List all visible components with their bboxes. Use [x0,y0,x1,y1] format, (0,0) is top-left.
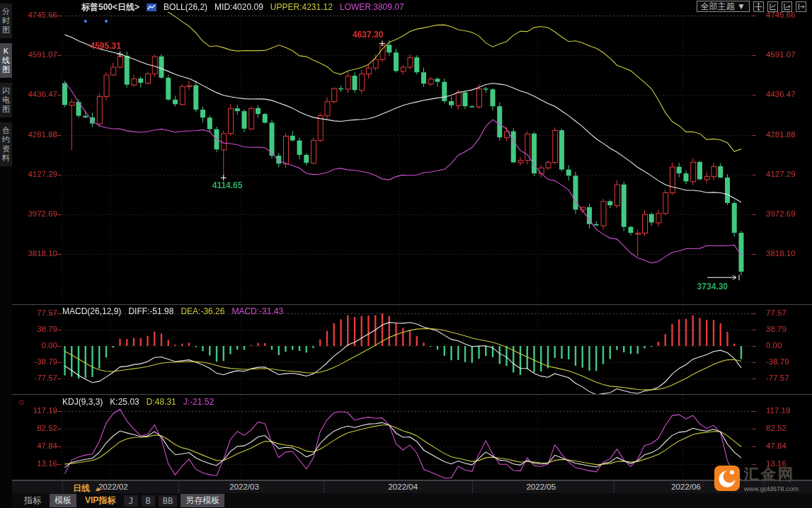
main-chart-canvas[interactable] [12,12,812,304]
y-axis-label: 82.52 [25,424,57,432]
y-axis-label: -38.79 [766,357,808,366]
toolbar-item-1[interactable]: 指标 [19,494,46,507]
chart-area: 标普500<日线>BOLL(26,2)MID:4020.09UPPER:4231… [12,0,812,508]
kdj-panel-canvas[interactable] [12,395,812,480]
boll-lower-value: LOWER:3809.07 [340,2,404,12]
y-axis-label: 3818.10 [766,249,808,258]
toolbar-item-7[interactable]: 另存模板 [181,494,224,507]
sidebar-tab-4[interactable]: 合约资料 [0,122,12,166]
y-axis-label: 0.00 [766,341,808,350]
macd-value: MACD:-31.43 [231,306,283,316]
logo-swirl-icon [714,466,740,491]
date-cell-divider [178,481,179,494]
x-axis-date-label: 2022/02 [91,483,136,491]
y-axis-label: 13.16 [25,459,57,468]
y-axis-label: 3972.69 [25,209,57,218]
y-axis-label: 4745.66 [25,11,57,19]
toolbar-item-3[interactable]: VIP指标 [80,494,120,507]
macd-diff-value: DIFF:-51.98 [128,306,173,316]
y-axis-label: 4281.88 [766,130,808,139]
zoom-out-icon[interactable] [767,1,778,12]
date-cell-divider [614,481,614,494]
y-axis-label: -77.57 [766,374,808,382]
sidebar-tab-1[interactable]: 分时图 [0,4,12,38]
y-axis-label: -38.79 [25,357,57,366]
kdj-k-value: K:25.03 [110,397,139,407]
date-cell-divider [324,481,324,494]
boll-upper-value: UPPER:4231.12 [270,2,333,12]
zoom-in-icon[interactable] [782,1,792,12]
left-sidebar: 分时图K线图闪电图合约资料 [0,0,12,508]
y-axis-label: 4436.47 [766,90,808,98]
x-axis-date-label: 2022/04 [380,483,425,491]
y-axis-label: 117.19 [25,406,57,415]
y-axis-label: 82.52 [766,424,808,432]
kdj-name: KDJ(9,3,3) [62,397,103,407]
toolbar-item-2[interactable]: 模板 [50,494,76,507]
panel-divider [12,304,812,305]
toolbar-item-6[interactable]: BB [159,495,177,507]
site-logo: 汇金网 www.gold678.com [714,464,799,492]
price-annotation: 4637.30 [353,30,383,40]
y-axis-label: 4591.07 [25,50,57,59]
pan-right-icon[interactable] [796,1,806,12]
kdj-j-value: J:-21.52 [183,397,214,407]
crosshair-icon[interactable] [753,1,764,12]
macd-header: MACD(26,12,9)DIFF:-51.98DEA:-36.26MACD:-… [62,306,290,316]
x-axis-date-label: 2022/06 [663,483,709,491]
y-axis-label: 38.79 [766,325,808,333]
price-annotation: 3734.30 [667,282,728,291]
toolbar-item-4[interactable]: J [124,495,137,507]
y-axis-label: 3972.69 [766,209,808,218]
bottom-toolbar: 指标模板VIP指标JBBB另存模板 [12,493,812,508]
line-chart-icon [147,4,156,13]
toolbar-item-5[interactable]: B [142,495,155,507]
x-axis-date-label: 2022/05 [518,483,564,491]
macd-panel-canvas[interactable] [12,305,812,394]
main-chart-header: 标普500<日线>BOLL(26,2)MID:4020.09UPPER:4231… [81,1,411,13]
y-axis-label: 4127.29 [25,170,57,178]
y-axis-label: 4281.88 [25,130,57,139]
panel-divider [12,394,812,395]
y-axis-label: 4591.07 [766,50,808,59]
y-axis-label: 77.57 [25,308,57,317]
y-axis-label: 38.79 [25,325,57,333]
price-annotation: 4114.65 [212,180,243,190]
theme-dropdown-button[interactable]: 全部主题 ▼ [697,1,750,12]
y-axis-label: 4127.29 [766,170,808,178]
y-axis-label: 4436.47 [25,90,57,98]
logo-url: www.gold678.com [744,485,799,492]
y-axis-label: 77.57 [766,308,808,317]
y-axis-label: 0.00 [25,341,57,350]
symbol-title: 标普500<日线> [81,2,139,12]
y-axis-label: 47.84 [25,441,57,450]
macd-name: MACD(26,12,9) [62,306,121,316]
x-axis-date-label: 2022/03 [222,483,267,491]
date-cell-divider [62,481,63,494]
kdj-d-value: D:48.31 [147,397,176,407]
date-cell-divider [472,481,473,494]
macd-dea-value: DEA:-36.26 [181,306,224,316]
y-axis-label: -77.57 [25,374,57,382]
top-right-controls: 全部主题 ▼ [697,1,806,12]
sidebar-tab-2[interactable]: K线图 [0,43,12,78]
trading-app-window: 分时图K线图闪电图合约资料 标普500<日线>BOLL(26,2)MID:402… [0,0,812,508]
y-axis-label: 117.19 [766,406,808,415]
y-axis-label: 3818.10 [25,249,57,258]
boll-label: BOLL(26,2) [164,2,207,12]
price-annotation: 4595.31 [91,41,121,51]
y-axis-label: 47.84 [766,441,808,450]
sidebar-tab-3[interactable]: 闪电图 [0,83,12,117]
kdj-header: KDJ(9,3,3)K:25.03D:48.31J:-21.52 [62,397,221,407]
boll-mid-value: MID:4020.09 [215,2,263,12]
logo-name: 汇金网 [744,464,799,484]
indicator-alert-icon[interactable]: ☼ [17,396,26,407]
x-axis-bar: 日线▲ 2022/022022/032022/042022/052022/06 [12,480,812,494]
